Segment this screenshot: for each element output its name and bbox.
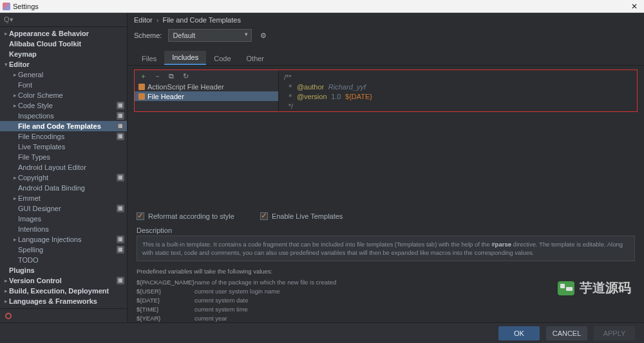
- project-scope-icon: ▦: [117, 246, 124, 254]
- tree-item[interactable]: Alibaba Cloud Toolkit: [0, 39, 127, 49]
- breadcrumb: Editor › File and Code Templates: [128, 13, 644, 27]
- project-scope-icon: ▦: [117, 236, 124, 243]
- project-scope-icon: ▦: [117, 102, 124, 109]
- tree-item[interactable]: Plugins: [0, 265, 127, 275]
- tree-item[interactable]: Keymap: [0, 49, 127, 59]
- tree-item[interactable]: Code Style▦: [0, 100, 127, 111]
- template-editor[interactable]: /** * @author Richard_yyf * @version 1.0…: [279, 70, 637, 111]
- tree-item[interactable]: General: [0, 70, 127, 80]
- tree-label: Emmet: [18, 193, 124, 203]
- tree-label: Color Scheme: [18, 90, 124, 100]
- template-item[interactable]: ActionScript File Header: [135, 82, 278, 91]
- tree-item[interactable]: Editor: [0, 59, 127, 70]
- refresh-icon[interactable]: ↻: [181, 71, 190, 80]
- tree-item[interactable]: Build, Execution, Deployment: [0, 286, 127, 296]
- tab-other[interactable]: Other: [239, 52, 272, 65]
- tree-label: Version Control: [9, 275, 114, 286]
- tree-item[interactable]: Intentions: [0, 224, 127, 234]
- tree-label: Appearance & Behavior: [9, 28, 124, 39]
- tree-label: Android Layout Editor: [18, 162, 124, 172]
- scheme-select[interactable]: Default: [168, 29, 252, 42]
- tree-item[interactable]: File Encodings▦: [0, 131, 127, 142]
- tree-label: File Encodings: [18, 131, 114, 142]
- tree-arrow-icon: [3, 275, 9, 286]
- tab-files[interactable]: Files: [134, 52, 164, 65]
- gear-icon[interactable]: ⚙: [258, 30, 269, 41]
- var-desc: current year: [194, 315, 227, 322]
- project-scope-icon: ▦: [117, 122, 124, 130]
- tree-item[interactable]: Inspections▦: [0, 111, 127, 121]
- tree-label: Language Injections: [18, 234, 114, 245]
- tree-item[interactable]: Font: [0, 80, 127, 90]
- tree-item[interactable]: Version Control▦: [0, 275, 127, 286]
- template-label: ActionScript File Header: [147, 83, 224, 91]
- tree-item[interactable]: Android Layout Editor: [0, 162, 127, 172]
- tree-item[interactable]: Spelling▦: [0, 245, 127, 255]
- tree-label: Android Data Binding: [18, 183, 124, 193]
- live-templates-checkbox[interactable]: Enable Live Templates: [260, 212, 343, 220]
- settings-tree: Appearance & BehaviorAlibaba Cloud Toolk…: [0, 27, 127, 308]
- sidebar-footer: [0, 308, 127, 322]
- add-icon[interactable]: ＋: [138, 71, 147, 80]
- app-icon: [3, 3, 10, 10]
- checkbox-icon: [137, 212, 144, 220]
- ok-button[interactable]: OK: [498, 326, 540, 340]
- var-key: ${PACKAGE_NAME}: [137, 279, 194, 286]
- tree-item[interactable]: TODO: [0, 255, 127, 265]
- tree-label: TODO: [18, 255, 124, 265]
- file-icon: [138, 93, 145, 100]
- tree-label: Languages & Frameworks: [9, 296, 124, 306]
- tree-item[interactable]: Emmet: [0, 193, 127, 203]
- search-input[interactable]: Q▾: [0, 13, 127, 27]
- tab-code[interactable]: Code: [206, 52, 238, 65]
- tree-arrow-icon: [12, 70, 18, 80]
- var-key: ${DATE}: [137, 297, 194, 304]
- tree-item[interactable]: Images: [0, 214, 127, 224]
- tree-label: Font: [18, 80, 124, 90]
- tree-item[interactable]: Color Scheme: [0, 90, 127, 100]
- tree-item[interactable]: File Types: [0, 152, 127, 162]
- reformat-label: Reformat according to style: [148, 212, 234, 220]
- tree-label: Keymap: [9, 49, 124, 59]
- settings-main: Editor › File and Code Templates Scheme:…: [128, 13, 644, 322]
- var-row: ${TIME}current system time: [137, 304, 635, 313]
- title-bar: Settings ✕: [0, 0, 644, 13]
- apply-button: APPLY: [594, 326, 635, 340]
- project-scope-icon: ▦: [117, 205, 124, 212]
- tree-item[interactable]: Copyright▦: [0, 172, 127, 183]
- tree-arrow-icon: [12, 172, 18, 183]
- project-scope-icon: ▦: [117, 174, 124, 181]
- template-item[interactable]: File Header: [135, 91, 278, 101]
- tree-item[interactable]: Android Data Binding: [0, 183, 127, 193]
- template-toolbar: ＋ － ⧉ ↻: [135, 70, 278, 82]
- highlighted-region: ＋ － ⧉ ↻ ActionScript File HeaderFile Hea…: [134, 70, 638, 112]
- tree-item[interactable]: Languages & Frameworks: [0, 296, 127, 306]
- tree-item[interactable]: File and Code Templates▦: [0, 121, 127, 131]
- tree-label: Build, Execution, Deployment: [9, 286, 124, 296]
- tree-label: GUI Designer: [18, 203, 114, 214]
- var-desc: current user system login name: [194, 288, 280, 295]
- tree-item[interactable]: Language Injections▦: [0, 234, 127, 245]
- tree-arrow-icon: [12, 234, 18, 245]
- checkbox-icon: [260, 212, 268, 220]
- tree-arrow-icon: [3, 28, 9, 39]
- tree-label: Alibaba Cloud Toolkit: [9, 39, 124, 49]
- tree-item[interactable]: Appearance & Behavior: [0, 28, 127, 39]
- var-desc: current system time: [194, 306, 248, 313]
- copy-icon[interactable]: ⧉: [167, 71, 176, 80]
- close-icon[interactable]: ✕: [627, 0, 641, 13]
- settings-sidebar: Q▾ Appearance & BehaviorAlibaba Cloud To…: [0, 13, 128, 322]
- tree-label: General: [18, 70, 124, 80]
- tree-item[interactable]: Live Templates: [0, 142, 127, 152]
- reformat-checkbox[interactable]: Reformat according to style: [137, 212, 234, 220]
- tree-label: Plugins: [9, 265, 124, 275]
- description-box: This is a built-in template. It contains…: [137, 236, 635, 261]
- var-row: ${DATE}current system date: [137, 295, 635, 304]
- tree-item[interactable]: GUI Designer▦: [0, 203, 127, 214]
- remove-icon[interactable]: －: [153, 71, 162, 80]
- breadcrumb-root[interactable]: Editor: [134, 16, 153, 24]
- tab-includes[interactable]: Includes: [164, 51, 206, 65]
- cancel-button[interactable]: CANCEL: [546, 326, 587, 340]
- tree-label: Live Templates: [18, 142, 124, 152]
- var-row: ${PACKAGE_NAME}name of the package in wh…: [137, 277, 635, 286]
